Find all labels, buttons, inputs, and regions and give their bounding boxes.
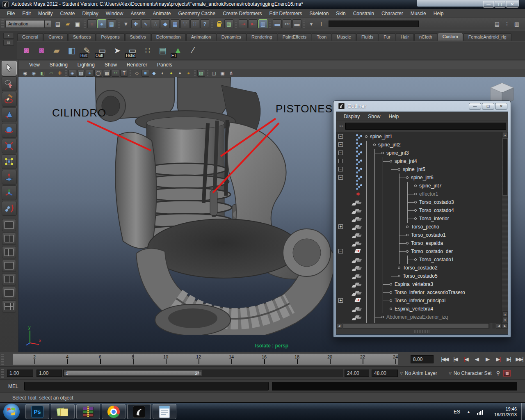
- show-attribute-editor-icon[interactable]: ▤: [493, 19, 502, 28]
- persp-graph-layout-button[interactable]: [2, 287, 16, 299]
- outliner-menu-show[interactable]: Show: [364, 114, 384, 119]
- menu-window[interactable]: Window: [102, 9, 127, 18]
- outliner-item-torso-costado1[interactable]: Torso_costado1: [336, 256, 501, 264]
- show-tool-settings-icon[interactable]: ⋮: [502, 19, 511, 28]
- light-yellow-icon[interactable]: ●: [167, 70, 175, 77]
- mel-command-input[interactable]: [24, 382, 269, 390]
- outliner-item-torso-interior[interactable]: Torso_interior: [336, 215, 501, 223]
- outliner-item-torso-costado2[interactable]: Torso_costado2: [336, 264, 501, 272]
- shelf-hypershade-button[interactable]: ▭Hshd: [125, 43, 140, 58]
- shelf-tab-switcher[interactable]: ▾: [3, 33, 14, 39]
- shelf-outliner-button[interactable]: ▭Outl: [95, 43, 110, 58]
- go-to-end-button[interactable]: ▶▶|: [514, 354, 524, 364]
- light-gray-icon[interactable]: ●: [176, 70, 184, 77]
- panel-layout-icon[interactable]: ▣: [219, 70, 226, 77]
- character-set-selector[interactable]: No Character Set: [454, 370, 495, 376]
- taskbar-app-photoshop[interactable]: Ps: [25, 404, 49, 419]
- shelf-box-stack-button[interactable]: ▤: [155, 43, 170, 58]
- outliner-item-spine-jnt4[interactable]: −spine_jnt4: [336, 157, 501, 165]
- scroll-down-button[interactable]: ▼: [502, 317, 508, 322]
- scroll-right-button[interactable]: ▶: [502, 323, 508, 329]
- menu-skeleton[interactable]: Skeleton: [306, 9, 333, 18]
- outliner-item-spine-jnt2[interactable]: −spine_jnt2: [336, 141, 501, 149]
- collapse-toggle[interactable]: −: [338, 142, 343, 147]
- playback-options-arrow[interactable]: ▽: [400, 371, 403, 375]
- anim-layer-selector[interactable]: No Anim Layer: [405, 370, 447, 376]
- play-forwards-button[interactable]: ▶: [482, 354, 492, 364]
- snap-grid-icon[interactable]: ✚: [131, 19, 140, 28]
- shelf-history-button[interactable]: ✎Hist: [80, 43, 94, 58]
- outliner-item-torso-espalda[interactable]: Torso_espalda: [336, 239, 501, 247]
- last-tool[interactable]: [2, 201, 17, 216]
- outliner-item-torso-pecho[interactable]: +Torso_pecho: [336, 223, 501, 231]
- shelf-tab-fluids[interactable]: Fluids: [356, 33, 378, 41]
- playback-start-field[interactable]: [37, 370, 62, 377]
- collapse-toggle[interactable]: −: [338, 175, 343, 180]
- outliner-item-effector1[interactable]: ✱effector1: [336, 190, 501, 198]
- shelf-sphere-wrap-button[interactable]: ◙: [19, 43, 34, 58]
- four-pane-layout-button[interactable]: [2, 233, 16, 245]
- snap-surface-icon[interactable]: ▦: [171, 19, 180, 28]
- select-hierarchy-icon[interactable]: ≡: [87, 19, 96, 28]
- ipr-render-icon[interactable]: IPR: [283, 19, 292, 28]
- universal-manipulator-tool[interactable]: [2, 154, 17, 169]
- taskbar-app-sticky-notes[interactable]: [51, 404, 75, 419]
- hidden-icons-button[interactable]: ▲: [467, 410, 470, 414]
- outliner-item-abdomen-piezaexterior-izq[interactable]: Abdomen_piezaExterior_izq: [336, 313, 501, 321]
- minimize-button[interactable]: —: [483, 1, 494, 8]
- outliner-item-torso-costado4[interactable]: Torso_costado4: [336, 206, 501, 215]
- command-line-mode-label[interactable]: MEL: [8, 383, 18, 389]
- rotate-tool[interactable]: [2, 123, 17, 138]
- camera-select-icon[interactable]: ◉: [21, 70, 29, 77]
- menu-edit-deformers[interactable]: Edit Deformers: [266, 9, 306, 18]
- menu-geometry-cache[interactable]: Geometry Cache: [175, 9, 219, 18]
- menu-set-selector-arrow[interactable]: ▼: [45, 20, 51, 28]
- multi-pane-layout-button[interactable]: [2, 300, 16, 313]
- menu-skin[interactable]: Skin: [332, 9, 349, 18]
- xray-display-icon[interactable]: ▩: [103, 70, 111, 77]
- shelf-plank-tool-button[interactable]: ▰: [49, 43, 64, 58]
- show-desktop-button[interactable]: [521, 403, 525, 420]
- snap-mode-icon[interactable]: ▼: [121, 19, 130, 28]
- shelf-box-cube-button[interactable]: ◧: [64, 43, 79, 58]
- menu-create-deformers[interactable]: Create Deformers: [219, 9, 265, 18]
- snap-point-icon[interactable]: ∴: [151, 19, 160, 28]
- auto-keyframe-toggle[interactable]: ▦: [503, 370, 511, 377]
- panel-menu-show[interactable]: Show: [100, 62, 122, 68]
- resolution-gate-icon[interactable]: ◯: [94, 70, 102, 77]
- camera-tools-icon[interactable]: ✚: [56, 70, 64, 77]
- grid-display-icon[interactable]: ◈: [68, 70, 76, 77]
- shelf-vertex-mesh-button[interactable]: ∷: [140, 43, 155, 58]
- outliner-item-espina-v-rtebra4[interactable]: Espina_vértebra4: [336, 305, 501, 313]
- render-current-frame-icon[interactable]: ▬: [273, 19, 282, 28]
- menu-modify[interactable]: Modify: [34, 9, 56, 18]
- quick-help-icon[interactable]: ?: [200, 19, 209, 28]
- shaded-display-icon[interactable]: ●: [86, 70, 94, 77]
- bookmark-icon[interactable]: ◧: [39, 70, 46, 77]
- shelf-tab-curves[interactable]: Curves: [43, 33, 68, 41]
- outliner-item-torso-costado3[interactable]: Torso_costado3: [336, 198, 501, 206]
- shelf-menu-button[interactable]: ▤: [3, 40, 14, 46]
- shelf-tab-muscle[interactable]: Muscle: [332, 33, 356, 41]
- outliner-resize-grip[interactable]: [336, 329, 508, 334]
- collapse-toggle[interactable]: −: [338, 159, 343, 163]
- vertical-scroll-thumb[interactable]: [502, 138, 508, 196]
- time-slider[interactable]: 24681012141618202224: [13, 354, 398, 365]
- shelf-tab-general[interactable]: General: [17, 33, 43, 41]
- menu-display[interactable]: Display: [78, 9, 102, 18]
- menu-edit[interactable]: Edit: [18, 9, 34, 18]
- cube-display-icon[interactable]: ◫: [210, 70, 218, 77]
- current-time-field[interactable]: [411, 355, 434, 363]
- collapse-toggle[interactable]: −: [338, 134, 343, 139]
- share-view-icon[interactable]: ⋔: [227, 70, 235, 77]
- new-scene-icon[interactable]: ▤: [53, 19, 62, 28]
- go-to-start-button[interactable]: |◀◀: [440, 354, 450, 364]
- animation-start-field[interactable]: [7, 370, 33, 377]
- outliner-item-torso-costado5[interactable]: Torso_costado5: [336, 272, 501, 280]
- flat-shade-icon[interactable]: ◆: [150, 70, 158, 77]
- camera-attributes-icon[interactable]: ◉: [30, 70, 38, 77]
- highlight-selection-icon[interactable]: ▧: [224, 19, 233, 28]
- range-slider-track[interactable]: 1 24: [63, 370, 343, 377]
- input-connections-icon[interactable]: ⇥: [239, 19, 248, 28]
- graph-persp-layout-button[interactable]: [2, 260, 16, 272]
